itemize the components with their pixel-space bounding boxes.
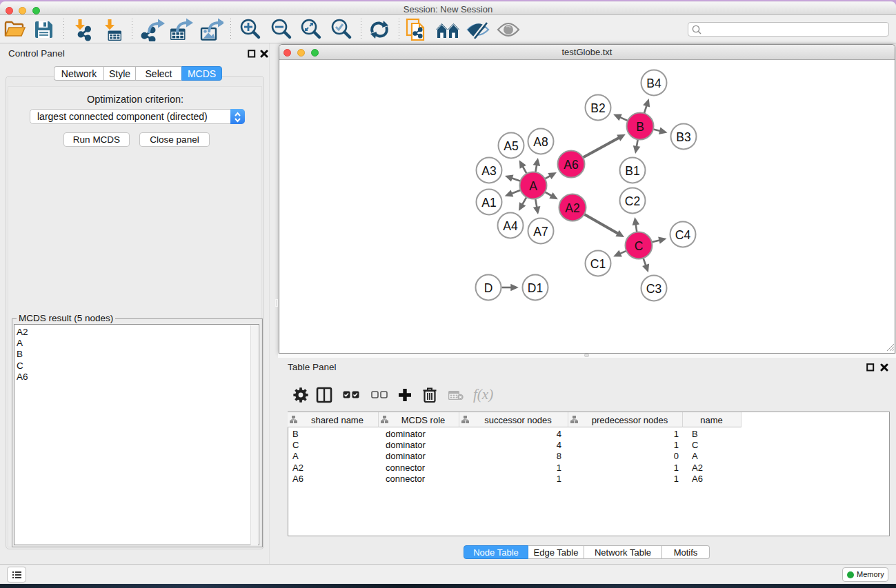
svg-text:C3: C3 (646, 282, 661, 296)
svg-text:B3: B3 (676, 130, 690, 144)
svg-text:A3: A3 (481, 164, 496, 178)
svg-text:A: A (529, 179, 537, 193)
svg-text:A5: A5 (504, 139, 518, 153)
svg-text:A6: A6 (564, 158, 578, 172)
svg-text:A8: A8 (533, 135, 548, 149)
svg-text:B4: B4 (646, 77, 661, 90)
svg-text:A7: A7 (533, 225, 548, 239)
svg-text:A1: A1 (481, 196, 496, 210)
svg-text:C4: C4 (675, 228, 691, 242)
svg-text:B: B (636, 120, 644, 134)
svg-text:B1: B1 (625, 164, 639, 178)
svg-text:C2: C2 (625, 194, 640, 208)
svg-text:B2: B2 (590, 101, 605, 115)
svg-text:A2: A2 (565, 201, 579, 215)
svg-text:C1: C1 (590, 257, 606, 271)
svg-text:D1: D1 (528, 281, 543, 295)
svg-text:C: C (635, 239, 644, 253)
svg-text:A4: A4 (503, 219, 518, 233)
svg-text:D: D (484, 281, 493, 295)
